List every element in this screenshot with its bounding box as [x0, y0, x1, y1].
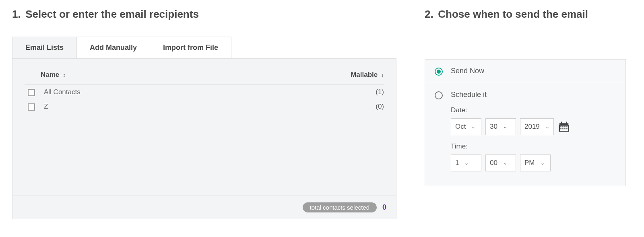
table-row: Z (0)	[25, 99, 384, 114]
ampm-value: PM	[524, 159, 535, 167]
recipient-tabs: Email Lists Add Manually Import from Fil…	[12, 37, 231, 58]
day-value: 30	[490, 123, 497, 131]
email-lists-panel: Name ↕ Mailable ↓ All Contacts	[12, 58, 396, 219]
day-select[interactable]: 30 ⌄	[485, 118, 516, 135]
ampm-select[interactable]: PM ⌄	[520, 155, 551, 171]
tab-add-manually[interactable]: Add Manually	[77, 37, 150, 58]
svg-rect-5	[564, 126, 566, 128]
step2-text: Chose when to send the email	[438, 8, 588, 20]
row-name: Z	[41, 99, 226, 114]
column-header-mailable[interactable]: Mailable ↓	[226, 67, 384, 85]
hour-value: 1	[455, 159, 459, 167]
chevron-down-icon: ⌄	[471, 124, 475, 130]
row-name: All Contacts	[41, 85, 226, 100]
row-checkbox[interactable]	[28, 89, 35, 96]
option-send-now-label: Send Now	[451, 67, 484, 75]
total-selected-pill: total contacts selected	[303, 202, 377, 212]
column-header-name[interactable]: Name ↕	[41, 67, 226, 85]
row-checkbox[interactable]	[28, 103, 35, 111]
svg-rect-4	[562, 126, 564, 128]
calendar-icon[interactable]	[558, 121, 570, 133]
svg-rect-11	[561, 122, 562, 124]
svg-rect-3	[560, 126, 561, 128]
minute-select[interactable]: 00 ⌄	[485, 155, 516, 171]
step2-number: 2.	[425, 8, 435, 21]
minute-value: 00	[490, 159, 497, 167]
radio-send-now[interactable]	[435, 68, 443, 76]
time-label: Time:	[451, 142, 616, 150]
year-select[interactable]: 2019 ⌄	[520, 118, 554, 135]
month-value: Oct	[455, 123, 466, 131]
tab-email-lists[interactable]: Email Lists	[12, 37, 77, 58]
table-row: All Contacts (1)	[25, 85, 384, 100]
chevron-down-icon: ⌄	[503, 124, 507, 130]
date-label: Date:	[451, 106, 616, 114]
selection-footer: total contacts selected 0	[12, 196, 396, 219]
chevron-down-icon: ⌄	[464, 160, 469, 166]
sort-both-icon: ↕	[63, 72, 66, 78]
chevron-down-icon: ⌄	[545, 124, 549, 130]
option-send-now[interactable]: Send Now	[425, 60, 625, 83]
column-header-mailable-label: Mailable	[351, 71, 378, 78]
send-panel: Send Now Schedule it Date: Oct ⌄ 30 ⌄	[425, 59, 626, 186]
radio-schedule[interactable]	[435, 91, 443, 99]
chevron-down-icon: ⌄	[541, 160, 545, 166]
svg-rect-7	[560, 128, 561, 130]
total-selected-count: 0	[382, 203, 386, 212]
option-schedule-label: Schedule it	[451, 91, 616, 99]
svg-rect-9	[564, 128, 566, 130]
svg-rect-12	[566, 122, 567, 124]
sort-desc-icon: ↓	[381, 72, 384, 78]
column-header-name-label: Name	[41, 71, 59, 78]
step1-number: 1.	[12, 8, 23, 21]
option-schedule[interactable]: Schedule it Date: Oct ⌄ 30 ⌄ 2019	[425, 83, 625, 186]
svg-rect-0	[559, 123, 569, 125]
svg-rect-10	[566, 128, 568, 130]
row-mailable: (0)	[226, 99, 384, 114]
row-mailable: (1)	[226, 85, 384, 100]
svg-rect-8	[562, 128, 564, 130]
chevron-down-icon: ⌄	[503, 160, 507, 166]
step1-title: 1. Select or enter the email recipients	[12, 8, 396, 21]
month-select[interactable]: Oct ⌄	[451, 118, 481, 135]
year-value: 2019	[524, 123, 540, 131]
svg-rect-6	[566, 126, 568, 128]
step2-title: 2. Chose when to send the email	[425, 8, 626, 21]
email-lists-table: Name ↕ Mailable ↓ All Contacts	[25, 67, 384, 114]
step1-text: Select or enter the email recipients	[25, 8, 199, 20]
tab-import-from-file[interactable]: Import from File	[150, 37, 231, 58]
hour-select[interactable]: 1 ⌄	[451, 155, 481, 171]
